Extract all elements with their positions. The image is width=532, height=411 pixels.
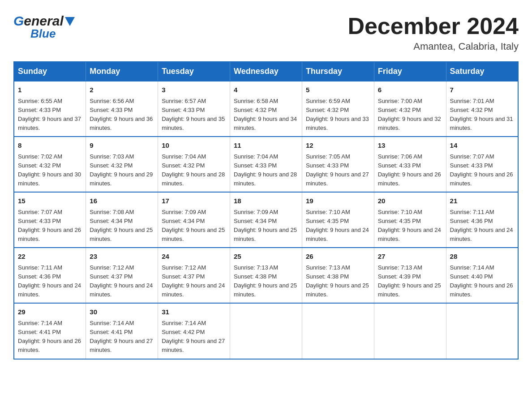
day-number: 27 [378,252,442,262]
logo: General Blue [13,13,75,41]
day-number: 17 [162,196,226,206]
day-number: 3 [162,85,226,95]
day-number: 4 [234,85,298,95]
day-info: Sunrise: 7:03 AMSunset: 4:32 PMDaylight:… [90,152,154,188]
calendar-day-cell: 8Sunrise: 7:02 AMSunset: 4:32 PMDaylight… [14,137,86,192]
day-info: Sunrise: 7:02 AMSunset: 4:32 PMDaylight:… [18,152,82,188]
calendar-day-cell: 11Sunrise: 7:04 AMSunset: 4:33 PMDayligh… [230,137,302,192]
day-info: Sunrise: 7:08 AMSunset: 4:34 PMDaylight:… [90,208,154,244]
calendar-day-cell: 20Sunrise: 7:10 AMSunset: 4:35 PMDayligh… [374,192,446,248]
day-number: 19 [306,196,370,206]
day-number: 16 [90,196,154,206]
day-number: 29 [18,307,82,317]
calendar-week-row: 22Sunrise: 7:11 AMSunset: 4:36 PMDayligh… [14,248,518,303]
calendar-day-cell: 16Sunrise: 7:08 AMSunset: 4:34 PMDayligh… [86,192,158,248]
calendar-day-cell [230,303,302,359]
month-title: December 2024 [348,13,519,39]
day-number: 24 [162,252,226,262]
calendar-day-cell: 30Sunrise: 7:14 AMSunset: 4:41 PMDayligh… [86,303,158,359]
calendar-day-cell: 1Sunrise: 6:55 AMSunset: 4:33 PMDaylight… [14,81,86,137]
day-info: Sunrise: 7:07 AMSunset: 4:33 PMDaylight:… [18,208,82,244]
calendar-day-cell: 19Sunrise: 7:10 AMSunset: 4:35 PMDayligh… [302,192,374,248]
calendar-day-cell [302,303,374,359]
day-number: 31 [162,307,226,317]
day-info: Sunrise: 7:07 AMSunset: 4:33 PMDaylight:… [450,152,514,188]
calendar-week-row: 1Sunrise: 6:55 AMSunset: 4:33 PMDaylight… [14,81,518,137]
calendar-header-row: SundayMondayTuesdayWednesdayThursdayFrid… [14,62,518,81]
calendar-day-cell [446,303,518,359]
day-number: 10 [162,141,226,151]
day-number: 30 [90,307,154,317]
calendar-day-cell: 21Sunrise: 7:11 AMSunset: 4:36 PMDayligh… [446,192,518,248]
calendar-day-cell: 15Sunrise: 7:07 AMSunset: 4:33 PMDayligh… [14,192,86,248]
calendar-day-cell: 18Sunrise: 7:09 AMSunset: 4:34 PMDayligh… [230,192,302,248]
day-info: Sunrise: 7:14 AMSunset: 4:40 PMDaylight:… [450,263,514,300]
day-info: Sunrise: 7:13 AMSunset: 4:38 PMDaylight:… [306,263,370,300]
calendar-day-cell: 13Sunrise: 7:06 AMSunset: 4:33 PMDayligh… [374,137,446,192]
day-number: 7 [450,85,514,95]
day-number: 12 [306,141,370,151]
logo-general-text: General [13,13,64,29]
day-info: Sunrise: 7:14 AMSunset: 4:41 PMDaylight:… [90,319,154,355]
calendar-day-cell: 17Sunrise: 7:09 AMSunset: 4:34 PMDayligh… [158,192,230,248]
day-number: 2 [90,85,154,95]
calendar-day-cell: 6Sunrise: 7:00 AMSunset: 4:32 PMDaylight… [374,81,446,137]
day-info: Sunrise: 6:55 AMSunset: 4:33 PMDaylight:… [18,97,82,133]
day-info: Sunrise: 7:12 AMSunset: 4:37 PMDaylight:… [90,263,154,300]
day-info: Sunrise: 7:05 AMSunset: 4:33 PMDaylight:… [306,152,370,188]
day-number: 11 [234,141,298,151]
calendar-day-cell: 2Sunrise: 6:56 AMSunset: 4:33 PMDaylight… [86,81,158,137]
day-info: Sunrise: 7:00 AMSunset: 4:32 PMDaylight:… [378,97,442,133]
day-info: Sunrise: 7:10 AMSunset: 4:35 PMDaylight:… [378,208,442,244]
day-info: Sunrise: 6:56 AMSunset: 4:33 PMDaylight:… [90,97,154,133]
day-number: 21 [450,196,514,206]
day-info: Sunrise: 7:09 AMSunset: 4:34 PMDaylight:… [162,208,226,244]
calendar-day-cell: 9Sunrise: 7:03 AMSunset: 4:32 PMDaylight… [86,137,158,192]
calendar-day-cell: 29Sunrise: 7:14 AMSunset: 4:41 PMDayligh… [14,303,86,359]
day-number: 6 [378,85,442,95]
day-number: 20 [378,196,442,206]
day-number: 5 [306,85,370,95]
day-number: 25 [234,252,298,262]
day-info: Sunrise: 7:13 AMSunset: 4:38 PMDaylight:… [234,263,298,300]
logo-blue-text: Blue [30,27,56,41]
day-info: Sunrise: 7:13 AMSunset: 4:39 PMDaylight:… [378,263,442,300]
day-info: Sunrise: 7:04 AMSunset: 4:33 PMDaylight:… [234,152,298,188]
calendar-day-cell: 24Sunrise: 7:12 AMSunset: 4:37 PMDayligh… [158,248,230,303]
calendar-day-cell: 28Sunrise: 7:14 AMSunset: 4:40 PMDayligh… [446,248,518,303]
calendar-day-cell: 10Sunrise: 7:04 AMSunset: 4:32 PMDayligh… [158,137,230,192]
day-header-saturday: Saturday [446,62,518,81]
calendar-day-cell: 26Sunrise: 7:13 AMSunset: 4:38 PMDayligh… [302,248,374,303]
calendar-day-cell: 31Sunrise: 7:14 AMSunset: 4:42 PMDayligh… [158,303,230,359]
day-info: Sunrise: 7:11 AMSunset: 4:36 PMDaylight:… [18,263,82,300]
day-header-monday: Monday [86,62,158,81]
day-info: Sunrise: 7:11 AMSunset: 4:36 PMDaylight:… [450,208,514,244]
day-number: 15 [18,196,82,206]
day-number: 28 [450,252,514,262]
calendar-week-row: 15Sunrise: 7:07 AMSunset: 4:33 PMDayligh… [14,192,518,248]
day-info: Sunrise: 7:14 AMSunset: 4:41 PMDaylight:… [18,319,82,355]
day-header-wednesday: Wednesday [230,62,302,81]
logo-arrow-icon [65,17,75,26]
day-number: 8 [18,141,82,151]
day-number: 9 [90,141,154,151]
day-info: Sunrise: 7:06 AMSunset: 4:33 PMDaylight:… [378,152,442,188]
title-section: December 2024 Amantea, Calabria, Italy [348,13,519,52]
calendar-day-cell: 27Sunrise: 7:13 AMSunset: 4:39 PMDayligh… [374,248,446,303]
day-info: Sunrise: 6:57 AMSunset: 4:33 PMDaylight:… [162,97,226,133]
day-info: Sunrise: 7:01 AMSunset: 4:32 PMDaylight:… [450,97,514,133]
day-number: 1 [18,85,82,95]
day-info: Sunrise: 6:58 AMSunset: 4:32 PMDaylight:… [234,97,298,133]
calendar-day-cell: 5Sunrise: 6:59 AMSunset: 4:32 PMDaylight… [302,81,374,137]
calendar-day-cell: 23Sunrise: 7:12 AMSunset: 4:37 PMDayligh… [86,248,158,303]
calendar-week-row: 29Sunrise: 7:14 AMSunset: 4:41 PMDayligh… [14,303,518,359]
calendar-week-row: 8Sunrise: 7:02 AMSunset: 4:32 PMDaylight… [14,137,518,192]
calendar-day-cell: 4Sunrise: 6:58 AMSunset: 4:32 PMDaylight… [230,81,302,137]
day-header-tuesday: Tuesday [158,62,230,81]
calendar-day-cell: 25Sunrise: 7:13 AMSunset: 4:38 PMDayligh… [230,248,302,303]
day-number: 22 [18,252,82,262]
day-info: Sunrise: 7:10 AMSunset: 4:35 PMDaylight:… [306,208,370,244]
day-number: 14 [450,141,514,151]
day-info: Sunrise: 7:12 AMSunset: 4:37 PMDaylight:… [162,263,226,300]
calendar-day-cell [374,303,446,359]
